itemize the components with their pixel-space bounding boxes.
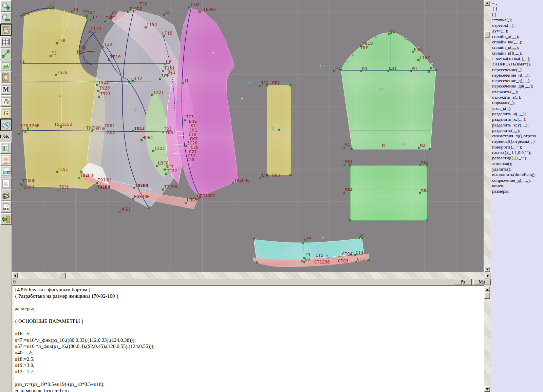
command-item[interactable]: симметрия_л((),отрезо: [492, 133, 543, 139]
toolbar-button-segment-tool[interactable]: [0, 48, 12, 59]
toolbar-button-alg-doc-tool[interactable]: ALG: [0, 201, 12, 213]
command-item[interactable]: сжать((),,,1.1,0.9,"");: [492, 150, 543, 155]
command-item[interactable]: = ;: [492, 1, 543, 6]
pattern-label: ТАЛ: [20, 129, 27, 134]
canvas-vscroll-thumb[interactable]: [484, 32, 490, 38]
command-item[interactable]: отложить(,,,);: [492, 89, 543, 95]
command-item[interactable]: пересечение(,,);: [492, 67, 543, 73]
command-item[interactable]: сплайн_к(,,,,);: [492, 45, 543, 50]
toolbar-button-view-piece-tool[interactable]: [0, 24, 12, 36]
code-line[interactable]: если меньше (рзн_т,0) то: [15, 388, 484, 392]
drafting-canvas-area[interactable]: Тб1Т3Т444Т41Т7Х2Т4П1Т16ОБТ16Х1Т16СТ16ОБС…: [12, 0, 484, 272]
command-item[interactable]: отрезок( , );: [492, 23, 543, 28]
toolbar-button-letter-m-tool[interactable]: M: [0, 83, 12, 95]
command-item[interactable]: { }: [492, 6, 543, 12]
command-item[interactable]: угол_к(,,);: [492, 106, 543, 111]
command-item[interactable]: пересечение_н(,,,,);: [492, 73, 543, 78]
code-line[interactable]: {4395 Блузка с фигурным бортом }: [15, 287, 484, 293]
toolbar-button-rulers-tool[interactable]: 8: [0, 119, 12, 131]
command-item[interactable]: сплайн_кк(,,,,,);: [492, 39, 543, 45]
canvas-vscroll-down-icon[interactable]: [484, 267, 490, 272]
command-item[interactable]: дуга(,,,);: [492, 28, 543, 34]
code-line[interactable]: [15, 299, 484, 306]
code-line[interactable]: п18:=2.5;: [15, 356, 484, 363]
command-item[interactable]: ломаная();: [492, 161, 543, 166]
pattern-piece-mzh-rect-green[interactable]: [350, 165, 427, 220]
command-item[interactable]: разделить_н(,,,,,);: [492, 111, 543, 117]
pattern-label: С20: [191, 145, 199, 150]
canvas-vscroll-up-icon[interactable]: [484, 0, 490, 6]
toolbar-button-three-d-tool[interactable]: 3D: [0, 166, 12, 177]
code-line[interactable]: размеры;: [15, 306, 484, 312]
command-item[interactable]: [ ]: [492, 12, 543, 17]
pattern-label: НПБ1: [120, 207, 131, 212]
code-line[interactable]: п57:=п16 *л_фнк(рз_16,((80,0.4),(92,0.45…: [15, 344, 484, 350]
toolbar-button-books-tool[interactable]: [0, 190, 12, 201]
editor-text[interactable]: {4395 Блузка с фигурным бортом }{ Разраб…: [15, 287, 484, 392]
md-tab-button[interactable]: Мд: [473, 279, 491, 285]
toolbar-button-table-doc-tool[interactable]: [0, 142, 12, 154]
pattern-label: Т16С: [190, 2, 201, 7]
toolbar-button-grid-tool[interactable]: [0, 36, 12, 47]
command-item[interactable]: ЗАПИСАТЬ(имя=(),: [492, 61, 543, 67]
command-item[interactable]: сопряжение_д(,,,,,,);: [492, 178, 543, 183]
command-item[interactable]: пересечение_дн(,,,,,);: [492, 83, 543, 89]
code-line[interactable]: [15, 325, 484, 331]
command-item[interactable]: разделить(,,,,);: [492, 128, 543, 133]
editor-vscroll-down-icon[interactable]: [484, 386, 490, 392]
command-item[interactable]: развести((),(),,,"");: [492, 155, 543, 161]
command-item[interactable]: размеры;: [492, 189, 543, 194]
command-item[interactable]: перенос((),отрезок( , ): [492, 139, 543, 144]
editor-vscrollbar[interactable]: [484, 286, 491, 392]
pattern-label: МЖ3: [421, 188, 429, 193]
code-line[interactable]: [15, 312, 484, 318]
command-item[interactable]: :=точка(,);: [492, 17, 543, 23]
pattern-canvas[interactable]: Тб1Т3Т444Т41Т7Х2Т4П1Т16ОБТ16Х1Т16СТ16ОБС…: [12, 0, 484, 272]
rz-tab-button[interactable]: Рз: [454, 279, 472, 285]
code-line[interactable]: п13:=1.7;: [15, 369, 484, 375]
toolbar-button-exit-tool[interactable]: [0, 213, 12, 225]
command-item[interactable]: конец;: [492, 183, 543, 189]
code-line[interactable]: [15, 375, 484, 381]
code-line[interactable]: п19:=3.0;: [15, 362, 484, 369]
toolbar-button-zoom-out-tool[interactable]: [0, 12, 12, 24]
canvas-hscroll-left-icon[interactable]: [12, 273, 18, 278]
pattern-label: 34: [360, 233, 365, 238]
rulers-icon: 8: [1, 120, 11, 130]
code-line[interactable]: п40:=-2;: [15, 350, 484, 356]
code-line[interactable]: рзн_т:=(рз_19*0.5+п19)-(рз_18*0.5+п18);: [15, 381, 484, 388]
editor-vscroll-thumb[interactable]: [484, 293, 490, 299]
pattern-label: С0: [305, 257, 310, 262]
canvas-hscrollbar[interactable]: [12, 272, 491, 279]
toolbar-button-portrait-tool[interactable]: [0, 154, 12, 165]
pattern-label: Т7: [92, 15, 97, 20]
command-item[interactable]: удалить();: [492, 166, 543, 172]
canvas-hscroll-right-icon[interactable]: [485, 273, 490, 278]
pattern-label: Т8: [76, 50, 81, 55]
command-item[interactable]: разделить_кс(,,,,);: [492, 117, 543, 122]
algorithm-editor[interactable]: {4395 Блузка с фигурным бортом }{ Разраб…: [12, 286, 484, 392]
toolbar-button-zoom-in-tool[interactable]: [0, 0, 12, 12]
command-item[interactable]: отложить_в(,,);: [492, 95, 543, 100]
command-item[interactable]: поворот((),,,"");: [492, 144, 543, 150]
code-line[interactable]: { ОСНОВНЫЕ ПАРАМЕТРЫ }: [15, 318, 484, 325]
editor-vscroll-up-icon[interactable]: [484, 287, 490, 292]
command-item[interactable]: нормаль(,,);: [492, 100, 543, 105]
toolbar-button-list-doc-tool[interactable]: [0, 178, 12, 189]
toolbar-button-pattern-doc-tool[interactable]: [0, 72, 12, 83]
command-item[interactable]: разделить_ксу(,,,,);: [492, 122, 543, 128]
canvas-vscrollbar[interactable]: [484, 0, 491, 272]
command-item[interactable]: :=метка(точка(,),,,,);: [492, 56, 543, 61]
toolbar-button-drafting-tool[interactable]: [0, 95, 12, 107]
canvas-hscroll-thumb[interactable]: [60, 273, 66, 278]
toolbar-button-image-tool[interactable]: [0, 60, 12, 71]
code-line[interactable]: п47:=п16*л_фнк(рз_16,((80,0.33),(112,0.3…: [15, 337, 484, 344]
command-item[interactable]: сплайн_к[](,,,,);: [492, 51, 543, 56]
command-item[interactable]: выполнить(dmod\.alg);: [492, 172, 543, 177]
code-line[interactable]: п16:=5;: [15, 331, 484, 337]
command-palette-panel: = ;{ }[ ]:=точка(,);отрезок( , );дуга(,,…: [491, 0, 543, 392]
code-line[interactable]: { Разработано на размер женщины 170-92-1…: [15, 293, 484, 300]
command-item[interactable]: пересечение_д(,,,,,);: [492, 78, 543, 83]
toolbar-button-letter-g-tool[interactable]: G: [0, 107, 12, 119]
command-item[interactable]: сплайн_д(,,,,);: [492, 34, 543, 39]
